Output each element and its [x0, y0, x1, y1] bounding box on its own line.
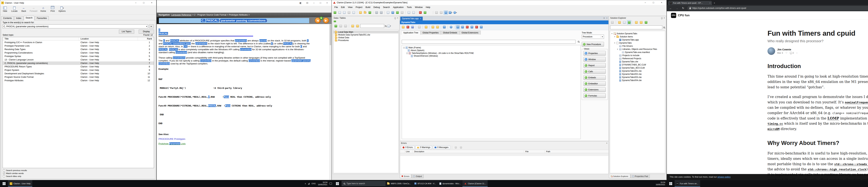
topic-row[interactable]: Prototype AttributesClarion - User Help1…	[3, 79, 154, 82]
tab-favourites[interactable]: Favourites	[35, 16, 49, 20]
properties-pad-dock-tab[interactable]: Properties Pad	[630, 174, 650, 178]
manifest-node[interactable]: DynamicTabs.exe.manifest	[610, 51, 665, 54]
open-app-button[interactable]	[342, 10, 346, 15]
menu-edit[interactable]: Edit	[339, 5, 346, 9]
close-button[interactable]: ×	[148, 0, 155, 5]
tree-item-global-data[interactable]: Global Data	[334, 36, 398, 39]
taskbar-button-clarion-ide[interactable]: Clarion [Clarion 11...	[462, 180, 488, 187]
taskbar-search[interactable]: Type here to search	[342, 181, 385, 186]
column-rank[interactable]: Rank	[138, 37, 154, 40]
page-button[interactable]	[434, 10, 438, 15]
expand-all-button[interactable]	[431, 25, 435, 29]
new-procedure-button[interactable]: +New Procedure	[582, 42, 604, 46]
tab-list-dropdown-icon[interactable]: ▾	[603, 17, 604, 19]
add-app-button[interactable]	[351, 10, 356, 15]
tab-global-embeds[interactable]: Global Embeds	[441, 31, 460, 35]
save-button[interactable]	[374, 10, 379, 15]
filter-button[interactable]	[454, 145, 458, 149]
tree-item-tabsnewoptions[interactable]: −TabsNewOptions (Window) - All code is i…	[402, 52, 581, 54]
collapse-all-button[interactable]	[435, 25, 439, 29]
checkbox[interactable]	[3, 169, 5, 172]
topic-row[interactable]: Resolving Data TypesClarion - User Help3	[3, 48, 154, 51]
sort-module-button[interactable]	[479, 25, 483, 29]
expand-tree-button[interactable]	[350, 24, 355, 28]
add-column-button[interactable]	[334, 24, 338, 28]
clw-file-node[interactable]: DynamicTabs.clw	[610, 60, 665, 63]
maximize-button[interactable]: □	[650, 0, 657, 5]
clock[interactable]: 16:04 16/05/2021	[656, 181, 665, 186]
option-search-previous[interactable]: Search previous results	[3, 169, 27, 172]
forward-button[interactable]: →Forward	[30, 6, 37, 12]
collapse-box-icon[interactable]: −	[403, 47, 405, 48]
extensions-view-button[interactable]: +Extensions	[584, 87, 606, 92]
menu-application[interactable]: Application	[392, 5, 405, 9]
warnings-filter-button[interactable]: 0 Warnings	[415, 146, 432, 149]
next-topic-button[interactable]: ▶	[323, 17, 329, 24]
build-button[interactable]	[395, 10, 399, 15]
clw-file-node[interactable]: DynamicTabs004.clw	[610, 79, 665, 82]
option-titles-only[interactable]: Search titles only	[3, 175, 27, 178]
like-icon[interactable]: ♡	[785, 51, 787, 54]
new-file-button[interactable]	[358, 10, 363, 15]
action-center-icon[interactable]	[330, 183, 332, 185]
search-icon[interactable]	[385, 25, 386, 27]
ide-titlebar[interactable]: Clarion [Clarion 11.0.13244] - [C:\C11-E…	[332, 0, 666, 5]
solution-explorer-dock-tab[interactable]: Solution Explorer	[609, 174, 630, 178]
show-all-files-button[interactable]	[617, 20, 621, 25]
address-bar[interactable]: https://cpufun.substack.com/p/fun-with-t…	[687, 6, 868, 10]
menu-file[interactable]: File	[333, 5, 339, 9]
tree-item-main-frame[interactable]: −Main (Frame)	[402, 46, 581, 49]
topic-row[interactable]: PROCEDURE Return TypesClarion - User Hel…	[3, 65, 154, 68]
build-all-button[interactable]	[400, 10, 404, 15]
split-view-icon[interactable]: ◧	[298, 1, 304, 5]
description-column[interactable]: Description	[413, 150, 524, 153]
taskbar-button-browser[interactable]: CPU Fun with Timers an...	[675, 180, 700, 187]
topic-row[interactable]: Prototyping C/C++ Functions in ClarionCl…	[3, 41, 154, 44]
severity-column[interactable]	[400, 150, 404, 153]
menu-window[interactable]: Window	[413, 5, 424, 9]
add-item-button[interactable]	[368, 10, 372, 15]
procedure-filter-input[interactable]	[402, 40, 576, 44]
tree-item-procedures[interactable]: Procedures	[334, 39, 398, 42]
start-button[interactable]	[666, 180, 675, 187]
open-folder-button[interactable]	[363, 10, 367, 15]
options-button[interactable]: ▾Options	[59, 6, 66, 12]
list-topics-button[interactable]: List Topics	[119, 30, 134, 34]
dock-icon[interactable]: ⊡	[304, 1, 310, 5]
link-prototype-parameter-lists[interactable]: Prototype Parameter Lists	[158, 142, 186, 145]
formulas-view-button[interactable]: +Formulas	[584, 93, 606, 98]
column-title[interactable]: Title	[3, 37, 79, 40]
window-view-button[interactable]: ▲Window	[584, 57, 606, 62]
procedure-properties-button[interactable]	[442, 25, 446, 29]
start-button[interactable]	[333, 180, 341, 187]
maximize-button[interactable]: □	[140, 0, 147, 5]
solution-pane-titlebar[interactable]: Solution Explorer ×	[609, 16, 666, 20]
search-icon[interactable]	[663, 27, 665, 28]
language-indicator[interactable]: ENG	[312, 183, 316, 185]
embeditor-view-button[interactable]: +Embeditor	[584, 81, 606, 86]
collapse-all-button[interactable]	[639, 20, 643, 25]
debug-button[interactable]	[418, 10, 422, 15]
topic-row-selected[interactable]: C, PASCAL (parameter passing conventions…	[3, 62, 154, 65]
close-icon[interactable]: ×	[606, 142, 608, 144]
pin-icon[interactable]	[395, 17, 396, 19]
browser-titlebar[interactable]: CPU Fun with Timers and cpuid - CP… × + …	[667, 0, 868, 5]
edit-column-button[interactable]	[339, 24, 343, 28]
close-app-button[interactable]	[406, 25, 410, 29]
site-name[interactable]: CPU fun	[678, 14, 689, 17]
expand-all-button[interactable]	[634, 20, 638, 25]
sort-tree-button[interactable]	[474, 25, 478, 29]
up-topic-button[interactable]: ▲	[319, 16, 323, 20]
sort-category-button[interactable]	[465, 25, 469, 29]
link-procedure-prototypes[interactable]: PROCEDURE Prototypes	[158, 138, 185, 141]
option-match-similar[interactable]: Match similar words	[3, 172, 27, 175]
embeds-view-button[interactable]: +Embeds	[584, 75, 606, 80]
comments-button[interactable]: 2	[790, 51, 794, 54]
line-column[interactable]: Line	[404, 150, 413, 153]
breadcrumb-link-language-reference[interactable]: Language Reference	[171, 14, 191, 16]
undo-button[interactable]	[449, 25, 453, 29]
minimize-button[interactable]: –	[132, 0, 139, 5]
taskbar-button-wbfs[interactable]: WBFS 2005 / SimCa...	[385, 180, 413, 187]
tree-item-about-splash[interactable]: About (Splash)	[402, 49, 581, 52]
close-button[interactable]: ×	[658, 0, 665, 5]
